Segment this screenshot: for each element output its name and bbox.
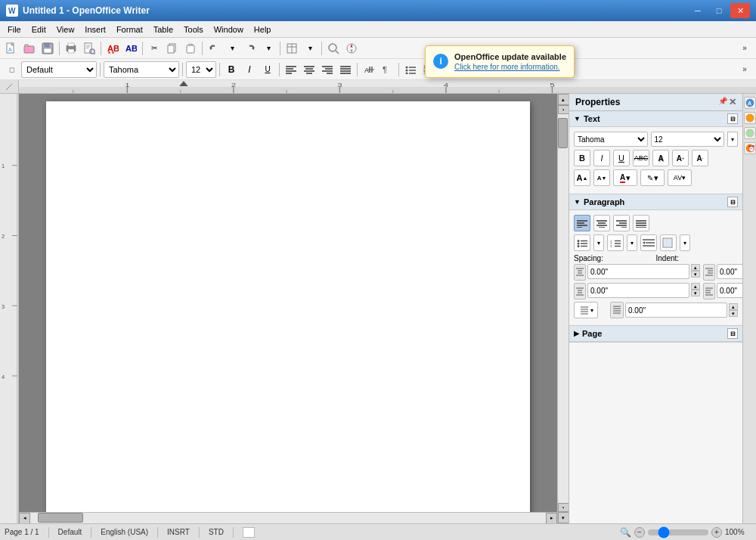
font-name-select[interactable]: Tahoma <box>104 61 179 78</box>
redo-dropdown-button[interactable]: ▾ <box>260 40 277 57</box>
align-left-button[interactable] <box>283 61 299 78</box>
preview-button[interactable] <box>81 40 98 57</box>
zoom-out-button[interactable]: 🔍 <box>620 527 631 538</box>
page-section-pin[interactable]: ⊟ <box>727 328 738 339</box>
paste-button[interactable] <box>182 40 199 57</box>
notification-popup[interactable]: i OpenOffice update available Click here… <box>425 45 575 78</box>
hscroll-left-button[interactable]: ◂ <box>19 513 30 524</box>
zoom-slider[interactable] <box>648 529 708 535</box>
notification-body[interactable]: Click here for more information. <box>454 63 566 71</box>
zoom-percent[interactable]: 100% <box>725 528 751 536</box>
props-font-color-dropdown[interactable]: A▾ <box>613 169 637 186</box>
open-button[interactable] <box>21 40 38 57</box>
line-spacing-up[interactable]: ▴ <box>729 303 738 310</box>
menu-tools[interactable]: Tools <box>179 23 208 36</box>
indent-before-input[interactable] <box>717 264 742 279</box>
spell-check-button[interactable]: ABC <box>104 40 121 57</box>
spacing-below-input[interactable] <box>587 283 689 298</box>
text-section-header[interactable]: ▼ Text ⊟ <box>569 111 742 127</box>
props-font-smaller-button[interactable]: A▼ <box>593 169 610 186</box>
align-justify-button[interactable] <box>337 61 354 78</box>
para-ordered-list-button[interactable]: 1.2.3. <box>607 234 624 251</box>
props-size-dropdown[interactable]: ▾ <box>727 132 738 147</box>
menu-file[interactable]: File <box>3 23 26 36</box>
para-align-left-button[interactable] <box>574 215 590 231</box>
paragraph-section-pin[interactable]: ⊟ <box>727 197 738 207</box>
props-font-bigger-button[interactable]: A▲ <box>574 169 590 186</box>
zoom-plus-button[interactable]: + <box>711 527 722 538</box>
sidebar-icon-3[interactable] <box>744 127 756 139</box>
font-size-select[interactable]: 12 <box>186 61 216 78</box>
style-button[interactable]: ◻ <box>3 61 20 78</box>
para-text-direction-button[interactable] <box>660 234 677 251</box>
insert-mode-status[interactable]: INSRT <box>167 528 190 536</box>
format-marks-button[interactable]: ¶ <box>379 61 395 78</box>
autocorrect-button[interactable]: ABC <box>122 40 139 57</box>
format-toolbar-more[interactable]: » <box>736 61 753 78</box>
props-size-select[interactable]: 12 <box>651 132 725 147</box>
notification-link[interactable]: Click here for more information. <box>454 63 560 71</box>
menu-window[interactable]: Window <box>209 23 248 36</box>
props-font-select[interactable]: Tahoma <box>574 132 648 147</box>
sidebar-icon-1[interactable]: A <box>744 97 756 109</box>
sidebar-icon-4[interactable]: ⏰ <box>744 142 756 154</box>
line-spacing-input[interactable] <box>625 303 727 318</box>
menu-view[interactable]: View <box>52 23 79 36</box>
hscroll-track[interactable] <box>30 513 546 523</box>
hscroll-thumb[interactable] <box>38 513 83 523</box>
props-italic-button[interactable]: I <box>593 150 610 166</box>
bold-button[interactable]: B <box>223 61 240 78</box>
para-align-center-button[interactable] <box>593 215 610 231</box>
cut-button[interactable]: ✂ <box>146 40 163 57</box>
props-char-spacing-dropdown[interactable]: AV▾ <box>668 169 692 186</box>
insert-table-button[interactable] <box>284 40 300 57</box>
undo-button[interactable] <box>206 40 222 57</box>
align-right-button[interactable] <box>319 61 336 78</box>
spacing-above-input[interactable] <box>587 264 689 279</box>
vscroll-pagedown-button[interactable]: ▪ <box>558 503 569 512</box>
spacing-above-down[interactable]: ▾ <box>691 271 700 278</box>
indent-after-input[interactable] <box>717 283 742 298</box>
menu-table[interactable]: Table <box>149 23 178 36</box>
copy-button[interactable] <box>164 40 181 57</box>
menu-edit[interactable]: Edit <box>27 23 51 36</box>
line-spacing-dropdown[interactable]: ▾ <box>574 302 598 318</box>
vscroll-pageup-button[interactable]: ▪ <box>558 105 569 114</box>
props-subscript-button[interactable]: A- <box>692 150 708 166</box>
spacing-below-down[interactable]: ▾ <box>691 290 700 296</box>
vscroll-down-button[interactable]: ▾ <box>558 512 569 523</box>
properties-close-button[interactable]: ✕ <box>729 97 736 107</box>
save-button[interactable] <box>39 40 56 57</box>
para-align-right-button[interactable] <box>613 215 630 231</box>
text-direction-button[interactable]: A <box>361 61 377 78</box>
para-ordered-list-dropdown[interactable]: ▾ <box>627 234 637 251</box>
para-list-dropdown[interactable]: ▾ <box>593 234 604 251</box>
line-spacing-down[interactable]: ▾ <box>729 310 738 317</box>
props-highlight-dropdown[interactable]: ✎▾ <box>640 169 665 186</box>
vscroll-up-button[interactable]: ▴ <box>558 94 569 105</box>
para-unordered-list-button[interactable] <box>574 234 590 251</box>
hscroll-right-button[interactable]: ▸ <box>546 513 557 524</box>
document-scroll[interactable] <box>19 94 557 523</box>
insert-table-dropdown[interactable]: ▾ <box>302 40 318 57</box>
ruler-corner[interactable] <box>0 80 19 94</box>
find-replace-button[interactable] <box>325 40 342 57</box>
props-shadow-button[interactable]: A <box>652 150 669 166</box>
props-bold-button[interactable]: B <box>574 150 590 166</box>
align-center-button[interactable] <box>301 61 318 78</box>
new-button[interactable]: A <box>3 40 20 57</box>
paragraph-style-select[interactable]: Default <box>21 61 97 78</box>
para-decrease-indent-button[interactable] <box>640 234 657 251</box>
document-page[interactable] <box>46 101 530 523</box>
props-underline-button[interactable]: U <box>613 150 630 166</box>
navigator-button[interactable] <box>343 40 360 57</box>
maximize-button[interactable]: □ <box>709 3 729 18</box>
menu-insert[interactable]: Insert <box>80 23 110 36</box>
menu-format[interactable]: Format <box>112 23 147 36</box>
vscroll-track[interactable] <box>558 114 569 503</box>
underline-button[interactable]: U <box>259 61 276 78</box>
list-unordered-button[interactable] <box>402 61 419 78</box>
print-button[interactable] <box>63 40 79 57</box>
spacing-below-up[interactable]: ▴ <box>691 283 700 290</box>
redo-button[interactable] <box>242 40 259 57</box>
